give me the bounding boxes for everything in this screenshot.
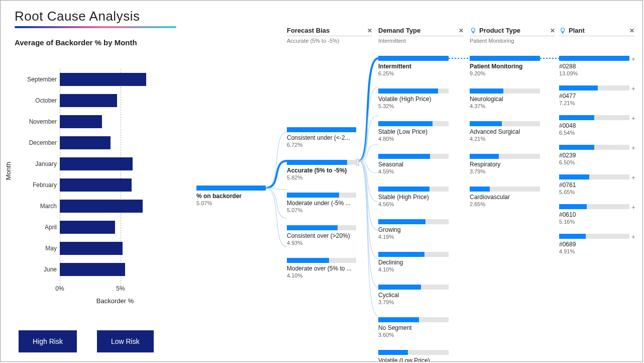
column-subtitle bbox=[559, 38, 634, 41]
node-label: Advanced Surgical bbox=[470, 128, 540, 135]
bar-track bbox=[60, 115, 170, 128]
tree-node[interactable]: #02396.50%+ bbox=[559, 145, 629, 165]
tree-node[interactable]: #06894.91%+ bbox=[559, 234, 629, 254]
node-bar-fill bbox=[470, 56, 540, 61]
bar-row: January bbox=[60, 153, 170, 174]
bar-fill[interactable] bbox=[60, 263, 125, 276]
expand-icon[interactable]: + bbox=[631, 55, 635, 63]
node-label: Neurological bbox=[470, 96, 540, 103]
tree-node[interactable]: Stable (Low Price)4.80% bbox=[378, 121, 449, 142]
node-value: 3.79% bbox=[470, 168, 540, 174]
bar-fill[interactable] bbox=[60, 178, 132, 192]
bar-track bbox=[60, 136, 170, 149]
node-value: 13.09% bbox=[559, 70, 629, 76]
bar-category-label: May bbox=[17, 245, 57, 252]
node-bar bbox=[378, 350, 449, 355]
tree-node[interactable]: #00486.54%+ bbox=[559, 115, 629, 136]
node-value: 4.21% bbox=[470, 136, 540, 142]
tree-node[interactable]: Cyclical3.79% bbox=[378, 285, 449, 305]
bar-category-label: November bbox=[17, 118, 57, 125]
low-risk-button[interactable]: Low Risk bbox=[97, 330, 154, 352]
column-header[interactable]: Forecast Bias✕ bbox=[287, 27, 372, 36]
bar-fill[interactable] bbox=[60, 115, 102, 128]
tree-node[interactable]: #06105.16%+ bbox=[559, 204, 629, 225]
node-label: Consistent over (>20%) bbox=[287, 232, 356, 239]
tree-node[interactable]: Stable (High Price)4.56% bbox=[378, 187, 449, 207]
node-bar bbox=[378, 154, 449, 159]
tree-node[interactable]: Intermittent6.25% bbox=[378, 56, 449, 76]
lightbulb-icon bbox=[559, 27, 566, 34]
bar-fill[interactable] bbox=[60, 242, 123, 255]
bar-category-label: January bbox=[17, 160, 57, 167]
tree-node[interactable]: Moderate over (5% to ...4.10% bbox=[287, 258, 356, 279]
expand-icon[interactable]: + bbox=[631, 233, 635, 241]
bar-fill[interactable] bbox=[60, 157, 133, 170]
bar-row: March bbox=[60, 196, 170, 217]
expand-icon[interactable]: + bbox=[631, 114, 635, 122]
node-bar bbox=[378, 252, 449, 257]
tree-node[interactable]: Consistent under (<-2...6.72% bbox=[287, 127, 356, 148]
tree-node[interactable]: Moderate under (-5% ...5.07% bbox=[287, 193, 356, 213]
column-header[interactable]: Demand Type✕ bbox=[378, 27, 464, 36]
tree-node[interactable]: Volatile (Low Price)2.64% bbox=[378, 350, 449, 362]
tree-node[interactable]: Growing4.19% bbox=[378, 219, 449, 240]
close-icon[interactable]: ✕ bbox=[629, 27, 634, 34]
tree-root-node[interactable]: % on backorder 5.07% bbox=[196, 186, 266, 206]
node-bar bbox=[287, 160, 356, 165]
tree-node[interactable]: Respiratory3.79% bbox=[470, 154, 540, 174]
tree-node[interactable]: Neurological4.37% bbox=[470, 88, 540, 109]
expand-icon[interactable]: + bbox=[631, 84, 635, 93]
tree-node[interactable]: Seasonal4.59% bbox=[378, 154, 449, 174]
tree-node[interactable]: Declining4.10% bbox=[378, 252, 449, 273]
node-bar bbox=[378, 56, 449, 61]
node-value: 5.07% bbox=[196, 200, 266, 206]
node-value: 5.07% bbox=[287, 207, 356, 213]
expand-icon[interactable]: + bbox=[631, 144, 635, 152]
node-label: Stable (Low Price) bbox=[378, 128, 449, 135]
node-list: Consistent under (<-2...6.72%Accurate (5… bbox=[287, 127, 356, 291]
node-value: 7.21% bbox=[559, 100, 629, 106]
button-row: High Risk Low Risk bbox=[19, 330, 154, 352]
column-header[interactable]: Plant✕ bbox=[559, 27, 634, 36]
node-bar-fill bbox=[378, 285, 421, 290]
bar-fill[interactable] bbox=[60, 221, 115, 234]
tree-node[interactable]: Accurate (5% to -5%)5.82% bbox=[287, 160, 356, 180]
node-list: Intermittent6.25%Volatile (High Price)5.… bbox=[378, 56, 449, 362]
bar-fill[interactable] bbox=[60, 73, 146, 86]
bar-fill[interactable] bbox=[60, 94, 117, 107]
tree-column-demand-type: Demand Type✕IntermittentIntermittent6.25… bbox=[378, 27, 464, 47]
close-icon[interactable]: ✕ bbox=[459, 27, 464, 34]
bar-fill[interactable] bbox=[60, 200, 143, 213]
node-label: #0761 bbox=[559, 182, 629, 189]
node-bar bbox=[470, 88, 540, 94]
node-value: 4.56% bbox=[378, 201, 449, 207]
column-header[interactable]: Product Type✕ bbox=[470, 27, 555, 36]
tree-node[interactable]: Consistent over (>20%)4.93% bbox=[287, 225, 356, 246]
node-bar bbox=[559, 85, 629, 90]
close-icon[interactable]: ✕ bbox=[367, 27, 372, 34]
node-label: Cyclical bbox=[378, 292, 449, 299]
tree-node[interactable]: No Segment3.60% bbox=[378, 317, 449, 338]
expand-icon[interactable]: + bbox=[631, 173, 635, 182]
bar-row: October bbox=[60, 90, 170, 111]
high-risk-button[interactable]: High Risk bbox=[19, 330, 77, 352]
tree-node[interactable]: Cardiovascular2.65% bbox=[470, 187, 540, 207]
node-value: 6.54% bbox=[559, 130, 629, 136]
bar-chart-body: SeptemberOctoberNovemberDecemberJanuaryF… bbox=[60, 69, 170, 280]
tree-node[interactable]: Volatile (High Price)5.32% bbox=[378, 88, 449, 109]
tree-node[interactable]: #028813.09%+ bbox=[559, 56, 629, 76]
node-label: #0048 bbox=[559, 122, 629, 129]
bar-fill[interactable] bbox=[60, 136, 111, 149]
tree-node[interactable]: #07615.65%+ bbox=[559, 174, 629, 195]
tree-node[interactable]: Advanced Surgical4.21% bbox=[470, 121, 540, 142]
bar-category-label: April bbox=[17, 224, 57, 231]
close-icon[interactable]: ✕ bbox=[550, 27, 555, 34]
y-axis-label: Month bbox=[5, 162, 12, 180]
node-selection-handle[interactable] bbox=[356, 159, 359, 166]
expand-icon[interactable]: + bbox=[631, 203, 635, 211]
tree-node[interactable]: Patient Monitoring9.20% bbox=[470, 56, 540, 76]
node-bar-fill bbox=[378, 121, 433, 126]
tree-node[interactable]: #04777.21%+ bbox=[559, 85, 629, 106]
bar-row: May bbox=[60, 238, 170, 259]
node-bar bbox=[287, 193, 356, 198]
